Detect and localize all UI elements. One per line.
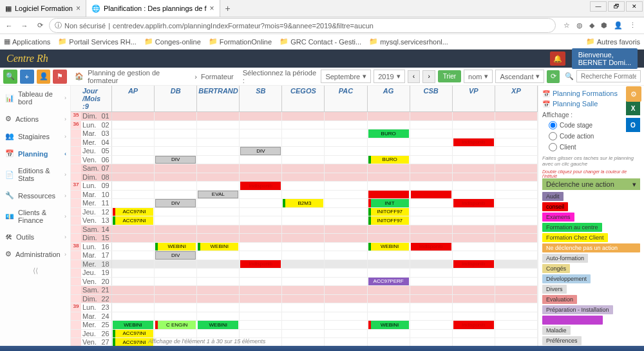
- calendar-cell[interactable]: [368, 147, 410, 155]
- calendar-cell[interactable]: [495, 260, 538, 269]
- calendar-cell[interactable]: [325, 156, 367, 164]
- col-header[interactable]: DB: [155, 86, 197, 111]
- calendar-cell[interactable]: [495, 173, 538, 182]
- calendar-cell[interactable]: [155, 173, 197, 182]
- year-select[interactable]: 2019 ▾: [374, 70, 404, 83]
- event[interactable]: DIV: [155, 156, 196, 164]
- calendar-cell[interactable]: Indisponib: [240, 260, 282, 269]
- event[interactable]: Indisponib: [453, 260, 494, 269]
- calendar-cell[interactable]: INIT: [368, 199, 410, 207]
- calendar-cell[interactable]: [410, 164, 453, 173]
- calendar-cell[interactable]: BURO: [368, 156, 410, 164]
- calendar-cell[interactable]: DIV: [240, 147, 282, 155]
- calendar-cell[interactable]: [240, 286, 282, 294]
- calendar-cell[interactable]: [325, 278, 367, 286]
- calendar-cell[interactable]: [240, 121, 282, 129]
- calendar-cell[interactable]: [495, 251, 538, 260]
- calendar-cell[interactable]: [495, 225, 538, 234]
- calendar-cell[interactable]: [112, 129, 155, 138]
- calendar-cell[interactable]: C ENGIN: [155, 321, 197, 329]
- calendar-cell[interactable]: [282, 251, 325, 260]
- calendar-cell[interactable]: [282, 182, 325, 190]
- calendar-cell[interactable]: ACC97PERF: [368, 278, 410, 286]
- event[interactable]: ACC97INI: [113, 216, 153, 225]
- calendar-cell[interactable]: [282, 269, 325, 277]
- bookmark-item[interactable]: 📁 FormationOnline: [209, 37, 272, 46]
- calendar-cell[interactable]: [410, 121, 453, 129]
- calendar-cell[interactable]: [453, 251, 495, 260]
- calendar-cell[interactable]: [282, 234, 325, 242]
- event[interactable]: ACC97INI: [113, 208, 153, 216]
- calendar-cell[interactable]: [325, 121, 367, 129]
- prev-button[interactable]: ‹: [408, 70, 421, 83]
- calendar-cell[interactable]: [197, 216, 240, 225]
- calendar-cell[interactable]: [155, 278, 197, 286]
- calendar-cell[interactable]: [155, 138, 197, 147]
- calendar-cell[interactable]: [197, 312, 240, 321]
- tag-pr-f-rences[interactable]: Préférences: [542, 336, 582, 345]
- calendar-cell[interactable]: DIV: [155, 156, 197, 164]
- tag-auto-formation[interactable]: Auto-formation: [542, 254, 588, 263]
- profile-icon[interactable]: 👤: [614, 21, 623, 30]
- tag-d-veloppement[interactable]: Développement: [542, 274, 591, 283]
- calendar-cell[interactable]: [155, 182, 197, 190]
- calendar-cell[interactable]: [155, 260, 197, 269]
- calendar-cell[interactable]: [240, 138, 282, 147]
- calendar-cell[interactable]: [453, 191, 495, 199]
- calendar-cell[interactable]: [368, 121, 410, 129]
- calendar-cell[interactable]: [240, 164, 282, 173]
- calendar-cell[interactable]: [282, 208, 325, 216]
- calendar-cell[interactable]: [410, 208, 453, 216]
- calendar-cell[interactable]: [495, 269, 538, 277]
- calendar-cell[interactable]: [325, 260, 367, 269]
- col-header[interactable]: AP: [112, 86, 155, 111]
- calendar-cell[interactable]: WEBINI: [368, 243, 410, 251]
- calendar-cell[interactable]: [495, 182, 538, 190]
- calendar-cell[interactable]: [282, 243, 325, 251]
- calendar-cell[interactable]: [495, 191, 538, 199]
- calendar-cell[interactable]: [282, 321, 325, 329]
- calendar-cell[interactable]: [282, 138, 325, 147]
- calendar-cell[interactable]: [240, 303, 282, 312]
- col-header[interactable]: VP: [453, 86, 495, 111]
- calendar-cell[interactable]: [112, 303, 155, 312]
- calendar-cell[interactable]: [495, 243, 538, 251]
- calendar-cell[interactable]: [240, 191, 282, 199]
- calendar-cell[interactable]: [197, 164, 240, 173]
- calendar-cell[interactable]: [155, 330, 197, 338]
- calendar-cell[interactable]: [155, 216, 197, 225]
- calendar-cell[interactable]: [240, 330, 282, 338]
- search-button[interactable]: 🔍: [3, 70, 17, 84]
- calendar-cell[interactable]: [240, 269, 282, 277]
- calendar-cell[interactable]: [495, 312, 538, 321]
- logo[interactable]: Centre Rh: [6, 53, 48, 64]
- calendar-cell[interactable]: [368, 234, 410, 242]
- event[interactable]: ACC97INI: [113, 338, 153, 346]
- extension-icon[interactable]: ◆: [589, 21, 594, 30]
- event[interactable]: [411, 191, 451, 199]
- calendar-cell[interactable]: [197, 225, 240, 234]
- calendar-cell[interactable]: [155, 191, 197, 199]
- browser-tab-1[interactable]: 🌐 Planification : Des plannings de f ×: [86, 0, 220, 17]
- calendar-cell[interactable]: [495, 164, 538, 173]
- calendar-cell[interactable]: [112, 295, 155, 303]
- calendar-cell[interactable]: [410, 138, 453, 147]
- event[interactable]: Indisponib: [453, 321, 494, 329]
- calendar-cell[interactable]: [240, 295, 282, 303]
- event[interactable]: Indisponib: [411, 243, 451, 251]
- calendar-cell[interactable]: [155, 269, 197, 277]
- bookmark-item[interactable]: 📁 Portail Services RH...: [58, 37, 137, 46]
- calendar-cell[interactable]: [240, 234, 282, 242]
- calendar-cell[interactable]: [240, 321, 282, 329]
- calendar-cell[interactable]: ACC97INI: [112, 330, 155, 338]
- calendar-cell[interactable]: [325, 234, 367, 242]
- calendar-cell[interactable]: [368, 173, 410, 182]
- calendar-cell[interactable]: WEBINI: [197, 321, 240, 329]
- sidebar-item-actions[interactable]: ⚙Actions›: [0, 110, 70, 128]
- calendar-cell[interactable]: [282, 286, 325, 294]
- col-header[interactable]: BERTRAND: [197, 86, 240, 111]
- calendar-cell[interactable]: [197, 199, 240, 207]
- star-icon[interactable]: ☆: [564, 21, 570, 30]
- calendar-cell[interactable]: [112, 251, 155, 260]
- calendar-cell[interactable]: [155, 225, 197, 234]
